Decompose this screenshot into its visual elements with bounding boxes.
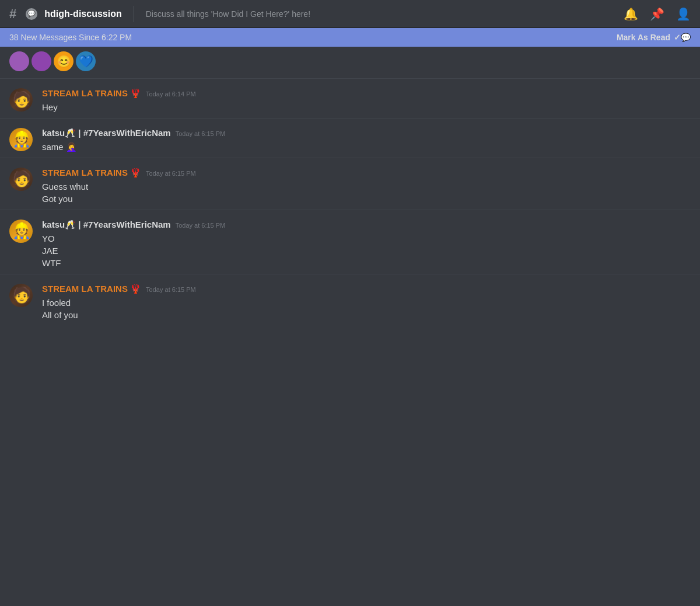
chat-icon: 💬	[26, 8, 37, 20]
timestamp-4: Today at 6:15 PM	[176, 222, 226, 229]
header-divider	[134, 6, 134, 22]
username-stream-1[interactable]: STREAM LA TRAINS 🦞	[42, 88, 141, 99]
members-icon[interactable]: 👤	[676, 7, 691, 21]
avatar-katsu-1	[9, 128, 33, 151]
message-content-4: katsu🥂 | #7YearsWithEricNam Today at 6:1…	[42, 220, 691, 269]
message-text-4: YO JAE WTF	[42, 232, 691, 269]
timestamp-2: Today at 6:15 PM	[176, 130, 226, 137]
username-katsu-2[interactable]: katsu🥂 | #7YearsWithEricNam	[42, 220, 171, 230]
new-messages-text: 38 New Messages Since 6:22 PM	[9, 33, 132, 42]
avatar-4: 💙	[76, 51, 96, 71]
mark-as-read-button[interactable]: Mark As Read ✓💬	[617, 33, 691, 42]
header-icons: 🔔 📌 👤	[624, 7, 691, 21]
message-group-2: katsu🥂 | #7YearsWithEricNam Today at 6:1…	[0, 121, 700, 155]
message-header-2: katsu🥂 | #7YearsWithEricNam Today at 6:1…	[42, 128, 691, 138]
hash-icon: #	[9, 6, 16, 22]
mark-read-icon: ✓💬	[674, 33, 691, 42]
timestamp-5: Today at 6:15 PM	[146, 286, 196, 293]
message-content-2: katsu🥂 | #7YearsWithEricNam Today at 6:1…	[42, 128, 691, 153]
message-divider-4	[0, 274, 700, 274]
message-content-3: STREAM LA TRAINS 🦞 Today at 6:15 PM Gues…	[42, 168, 691, 205]
username-stream-3[interactable]: STREAM LA TRAINS 🦞	[42, 284, 141, 294]
bell-icon[interactable]: 🔔	[624, 7, 638, 21]
avatar-stream-1	[9, 88, 33, 112]
channel-description: Discuss all things 'How Did I Get Here?'…	[146, 9, 617, 19]
channel-name: hdigh-discussion	[44, 9, 121, 19]
message-text-5: I fooled All of you	[42, 297, 691, 321]
message-text-1: Hey	[42, 101, 691, 113]
top-avatar-strip: 😊 💙	[0, 47, 700, 76]
avatar-3: 😊	[54, 51, 74, 71]
message-divider-3	[0, 210, 700, 210]
avatar-stream-3	[9, 284, 33, 307]
avatar-2	[32, 51, 51, 71]
channel-header: # 💬 hdigh-discussion Discuss all things …	[0, 0, 700, 28]
message-group: STREAM LA TRAINS 🦞 Today at 6:14 PM Hey	[0, 81, 700, 116]
message-header-5: STREAM LA TRAINS 🦞 Today at 6:15 PM	[42, 284, 691, 294]
message-content-1: STREAM LA TRAINS 🦞 Today at 6:14 PM Hey	[42, 88, 691, 113]
message-text-3: Guess whut Got you	[42, 180, 691, 205]
message-content-5: STREAM LA TRAINS 🦞 Today at 6:15 PM I fo…	[42, 284, 691, 321]
username-katsu-1[interactable]: katsu🥂 | #7YearsWithEricNam	[42, 128, 171, 138]
avatar-katsu-2	[9, 220, 33, 243]
pin-icon[interactable]: 📌	[650, 7, 664, 21]
message-divider-1	[0, 118, 700, 119]
message-text-2: same 🤦‍♀️	[42, 141, 691, 153]
new-messages-banner: 38 New Messages Since 6:22 PM Mark As Re…	[0, 28, 700, 47]
message-header-1: STREAM LA TRAINS 🦞 Today at 6:14 PM	[42, 88, 691, 99]
message-divider-2	[0, 158, 700, 158]
message-group-5: STREAM LA TRAINS 🦞 Today at 6:15 PM I fo…	[0, 277, 700, 323]
username-stream-2[interactable]: STREAM LA TRAINS 🦞	[42, 168, 141, 178]
message-divider-top	[0, 78, 700, 79]
timestamp-3: Today at 6:15 PM	[146, 170, 196, 177]
message-header-4: katsu🥂 | #7YearsWithEricNam Today at 6:1…	[42, 220, 691, 230]
avatar-1	[9, 51, 29, 71]
message-header-3: STREAM LA TRAINS 🦞 Today at 6:15 PM	[42, 168, 691, 178]
message-group-3: STREAM LA TRAINS 🦞 Today at 6:15 PM Gues…	[0, 161, 700, 207]
avatar-stream-2	[9, 168, 33, 191]
timestamp-1: Today at 6:14 PM	[146, 90, 196, 97]
message-group-4: katsu🥂 | #7YearsWithEricNam Today at 6:1…	[0, 213, 700, 271]
